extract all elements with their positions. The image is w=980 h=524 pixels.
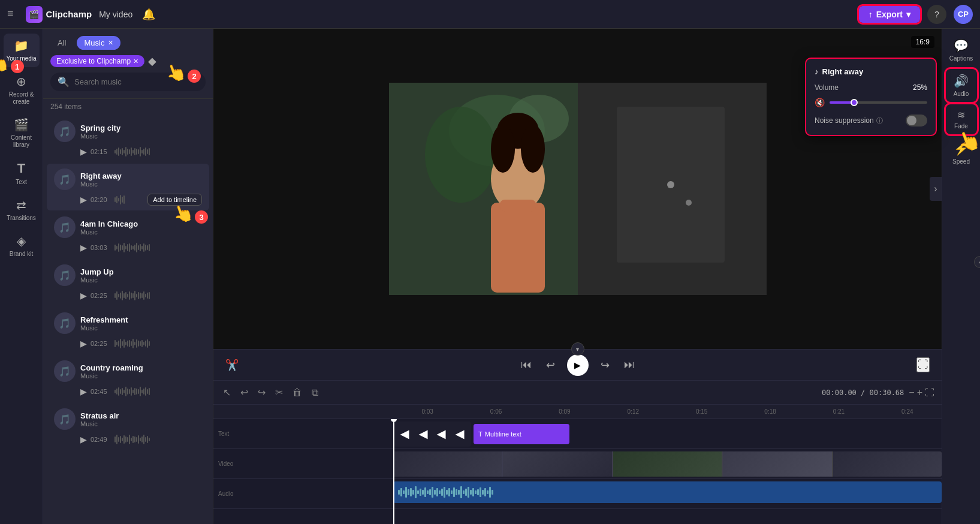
transitions-label: Transitions: [7, 215, 36, 222]
list-item[interactable]: 🎵 Jump Up Music ▶ 02:25: [47, 260, 209, 306]
play-track-btn[interactable]: ▶: [80, 243, 87, 252]
motion-clip[interactable]: ◀ ◀ ◀ ◀: [393, 421, 471, 447]
sidebar-item-brand-kit[interactable]: ◈ Brand kit: [4, 229, 40, 263]
list-item[interactable]: 🎵 Stratus air Music ▶ 02:49: [47, 403, 209, 450]
search-icon: 🔍: [58, 76, 70, 88]
fade-icon: ≋: [957, 109, 965, 121]
play-track-btn[interactable]: ▶: [80, 291, 87, 300]
video-clip[interactable]: [393, 451, 942, 477]
items-count: 254 items: [43, 99, 213, 115]
export-button[interactable]: ↑ Export ▾: [859, 6, 920, 23]
skip-back-button[interactable]: ⏮: [518, 356, 534, 374]
sidebar-item-speed[interactable]: ⚡ Speed: [946, 137, 977, 170]
rewind-button[interactable]: ↩: [544, 356, 557, 374]
play-track-btn[interactable]: ▶: [80, 147, 87, 156]
tab-music[interactable]: Music ✕: [77, 36, 120, 50]
sidebar-item-transitions[interactable]: ⇄ Transitions: [4, 193, 40, 227]
audio-panel-title: ♪ Right away: [815, 67, 927, 76]
timeline-time: 00:00.00 / 00:30.68: [822, 389, 904, 397]
music-panel-header: All Music ✕ Exclusive to Clipchamp ✕ ◆ 🔍: [43, 29, 213, 99]
track-type: Music: [80, 372, 202, 380]
list-item[interactable]: 🎵 Refreshment Music ▶ 02:25: [47, 308, 209, 354]
sidebar-item-text[interactable]: T Text: [4, 156, 40, 191]
track-name: Jump Up: [80, 267, 202, 276]
sidebar-item-your-media[interactable]: 📁 Your media 👆 1: [4, 34, 40, 67]
track-content-audio: [393, 479, 942, 508]
music-note-icon: 🎵: [54, 408, 76, 430]
play-track-btn[interactable]: ▶: [80, 195, 87, 204]
brand-kit-label: Brand kit: [10, 251, 33, 258]
edit-mode-icon[interactable]: ✂️: [225, 359, 239, 372]
music-note-icon: 🎵: [54, 216, 76, 238]
sidebar-item-captions[interactable]: 💬 Captions: [946, 34, 977, 67]
zoom-out-button[interactable]: −: [909, 387, 914, 398]
sidebar-item-fade[interactable]: ≋ Fade 👆 4: [946, 104, 977, 134]
your-media-icon: 📁: [14, 38, 29, 53]
exclusive-filter-close[interactable]: ✕: [133, 58, 138, 65]
track-label-video: Video: [213, 460, 393, 467]
list-item[interactable]: 🎵 Spring city Music ▶ 02:15: [47, 116, 209, 162]
fullscreen-button[interactable]: ⛶: [916, 357, 930, 372]
cut-button[interactable]: ✂: [273, 384, 285, 400]
sidebar-item-audio[interactable]: 🔊 Audio: [946, 69, 977, 102]
volume-slider[interactable]: [830, 101, 927, 104]
user-avatar[interactable]: CP: [954, 5, 973, 24]
skip-forward-button[interactable]: ⏭: [622, 356, 637, 374]
play-track-btn[interactable]: ▶: [80, 435, 87, 444]
track-type: Music: [80, 132, 202, 140]
sidebar-item-content-library[interactable]: 🎬 Content library: [4, 113, 40, 153]
zoom-in-button[interactable]: +: [917, 387, 922, 398]
timeline-expand-button[interactable]: ⛶: [925, 387, 934, 398]
play-button[interactable]: ▶: [567, 354, 589, 376]
add-to-timeline-button[interactable]: Add to timeline: [147, 194, 202, 206]
help-button[interactable]: ?: [927, 5, 946, 24]
search-input[interactable]: [74, 77, 198, 86]
tab-music-label: Music: [84, 38, 104, 47]
app-logo[interactable]: 🎬 Clipchamp: [26, 6, 92, 23]
timeline-track-audio: Audio: [213, 479, 942, 509]
audio-icon: 🔊: [954, 74, 969, 88]
fade-label: Fade: [954, 123, 968, 130]
playhead[interactable]: [393, 419, 394, 524]
track-type: Music: [80, 180, 202, 188]
volume-mute-icon[interactable]: 🔇: [815, 98, 825, 107]
project-name[interactable]: My video: [99, 10, 132, 19]
info-icon[interactable]: ⓘ: [876, 116, 883, 125]
playback-controls: ✂️ ⏮ ↩ ▶ ↪ ⏭ ⛶ ▾: [213, 349, 942, 380]
volume-thumb[interactable]: [851, 99, 858, 106]
undo-button[interactable]: ↩: [238, 384, 251, 400]
audio-clip[interactable]: [393, 481, 942, 503]
export-icon: ↑: [869, 10, 873, 19]
play-track-btn[interactable]: ▶: [80, 339, 87, 348]
waveform: [114, 242, 202, 254]
play-track-btn[interactable]: ▶: [80, 387, 87, 396]
text-clip[interactable]: T Multiline text: [474, 424, 569, 444]
exclusive-filter[interactable]: Exclusive to Clipchamp ✕: [50, 55, 144, 67]
preview-expand-btn[interactable]: ›: [930, 177, 942, 201]
tab-music-close[interactable]: ✕: [108, 39, 113, 47]
music-panel: All Music ✕ Exclusive to Clipchamp ✕ ◆ 🔍: [43, 29, 213, 524]
list-item[interactable]: 🎵 Right away Music ▶ 02:20 Add to timeli…: [47, 164, 209, 210]
diamond-icon[interactable]: ◆: [148, 55, 156, 68]
forward-button[interactable]: ↪: [598, 356, 612, 374]
cursor-tool-button[interactable]: ↖: [221, 384, 233, 400]
track-content-video: [393, 449, 942, 478]
list-item[interactable]: 🎵 Country roaming Music ▶ 02:45: [47, 356, 209, 402]
redo-button[interactable]: ↪: [255, 384, 268, 400]
svg-rect-10: [491, 203, 545, 293]
ruler-mark: 0:24: [873, 408, 942, 415]
tab-all[interactable]: All: [50, 36, 73, 50]
list-item[interactable]: 🎵 4am In Chicago Music ▶ 03:03: [47, 212, 209, 258]
music-note-icon: 🎵: [54, 168, 76, 190]
noise-suppression-toggle[interactable]: [906, 115, 927, 127]
notification-icon[interactable]: 🔔: [142, 8, 155, 21]
noise-label-group: Noise suppression ⓘ: [815, 116, 883, 125]
expand-panel-btn[interactable]: ▾: [571, 342, 584, 356]
left-icon-sidebar: 📁 Your media 👆 1 ⊕ Record & create 🎬 Con…: [0, 29, 43, 524]
ruler-mark: 0:15: [668, 408, 736, 415]
track-name: Refreshment: [80, 315, 202, 324]
hamburger-menu[interactable]: ≡: [7, 8, 14, 20]
sidebar-item-record-create[interactable]: ⊕ Record & create: [4, 70, 40, 110]
copy-button[interactable]: ⧉: [309, 385, 321, 400]
delete-button[interactable]: 🗑: [290, 385, 304, 400]
